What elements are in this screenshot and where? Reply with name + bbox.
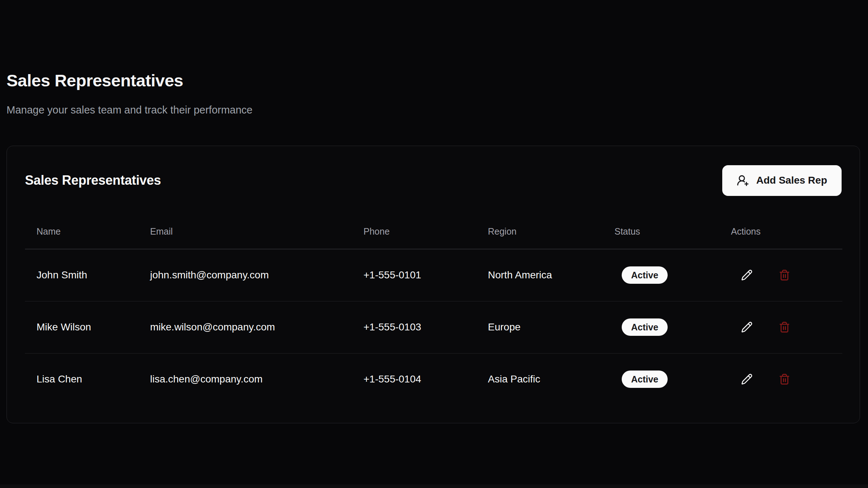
user-plus-icon bbox=[737, 174, 749, 187]
page: Sales Representatives Manage your sales … bbox=[0, 0, 868, 423]
trash-icon bbox=[779, 373, 790, 385]
status-badge: Active bbox=[622, 371, 668, 388]
edit-button[interactable] bbox=[741, 373, 753, 385]
rep-phone: +1-555-0104 bbox=[352, 353, 476, 405]
column-header-name: Name bbox=[25, 214, 139, 249]
edit-button[interactable] bbox=[741, 321, 753, 333]
card-header: Sales Representatives Add Sales Rep bbox=[25, 164, 842, 197]
table-row: Mike Wilson mike.wilson@company.com +1-5… bbox=[25, 301, 842, 353]
pencil-icon bbox=[741, 321, 753, 333]
pencil-icon bbox=[741, 269, 753, 281]
status-badge: Active bbox=[622, 318, 668, 336]
page-subtitle: Manage your sales team and track their p… bbox=[7, 103, 860, 116]
table-header-row: Name Email Phone Region Status Actions bbox=[25, 214, 842, 249]
rep-phone: +1-555-0103 bbox=[352, 301, 476, 353]
status-badge: Active bbox=[622, 266, 668, 284]
sales-reps-card: Sales Representatives Add Sales Rep Name… bbox=[7, 146, 860, 423]
rep-region: Asia Pacific bbox=[476, 353, 603, 405]
table-row: Lisa Chen lisa.chen@company.com +1-555-0… bbox=[25, 353, 842, 405]
row-actions bbox=[731, 321, 842, 333]
page-title: Sales Representatives bbox=[7, 71, 860, 90]
column-header-status: Status bbox=[603, 214, 719, 249]
edit-button[interactable] bbox=[741, 269, 753, 281]
bottom-edge bbox=[0, 484, 868, 488]
delete-button[interactable] bbox=[779, 321, 790, 333]
trash-icon bbox=[779, 321, 790, 333]
pencil-icon bbox=[741, 373, 753, 385]
rep-email: john.smith@company.com bbox=[139, 249, 352, 301]
rep-email: lisa.chen@company.com bbox=[139, 353, 352, 405]
delete-button[interactable] bbox=[779, 373, 790, 385]
sales-reps-table: Name Email Phone Region Status Actions J… bbox=[25, 214, 842, 405]
row-actions bbox=[731, 269, 842, 281]
delete-button[interactable] bbox=[779, 269, 790, 281]
column-header-phone: Phone bbox=[352, 214, 476, 249]
rep-region: Europe bbox=[476, 301, 603, 353]
rep-phone: +1-555-0101 bbox=[352, 249, 476, 301]
column-header-region: Region bbox=[476, 214, 603, 249]
rep-name: Lisa Chen bbox=[25, 353, 139, 405]
column-header-email: Email bbox=[139, 214, 352, 249]
column-header-actions: Actions bbox=[719, 214, 842, 249]
row-actions bbox=[731, 373, 842, 385]
add-sales-rep-label: Add Sales Rep bbox=[756, 175, 827, 186]
rep-region: North America bbox=[476, 249, 603, 301]
add-sales-rep-button[interactable]: Add Sales Rep bbox=[722, 165, 842, 196]
trash-icon bbox=[779, 269, 790, 281]
card-title: Sales Representatives bbox=[25, 173, 161, 188]
rep-name: John Smith bbox=[25, 249, 139, 301]
table-row: John Smith john.smith@company.com +1-555… bbox=[25, 249, 842, 301]
rep-email: mike.wilson@company.com bbox=[139, 301, 352, 353]
rep-name: Mike Wilson bbox=[25, 301, 139, 353]
